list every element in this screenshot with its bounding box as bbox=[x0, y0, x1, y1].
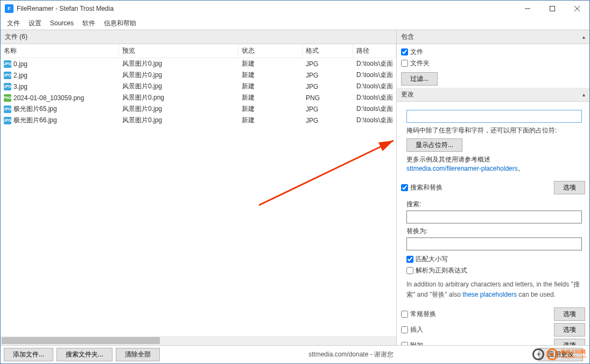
include-section-body: 文件 文件夹 过滤... bbox=[397, 44, 589, 88]
search-folders-button[interactable]: 搜索文件夹... bbox=[57, 348, 113, 361]
cell-preview: 风景图片0.jpg bbox=[119, 115, 238, 125]
regular-replace-options-button[interactable]: 选项 bbox=[554, 307, 585, 321]
menu-bar: 文件 设置 Sources 软件 信息和帮助 bbox=[1, 17, 589, 30]
file-type-icon: JPG bbox=[4, 83, 11, 90]
cell-path: D:\tools\桌面 bbox=[353, 104, 396, 114]
change-section-header[interactable]: 更改 ▴ bbox=[397, 88, 589, 102]
insert-toggle[interactable]: 插入 bbox=[401, 324, 423, 335]
menu-sources[interactable]: Sources bbox=[46, 18, 78, 28]
table-row[interactable]: JPG极光图片66.jpg风景图片0.jpg新建JPGD:\tools\桌面 bbox=[1, 115, 396, 126]
regular-replace-checkbox[interactable] bbox=[401, 311, 408, 318]
cell-format: JPG bbox=[303, 116, 353, 125]
match-case-row[interactable]: 匹配大小写 bbox=[406, 254, 582, 265]
append-toggle[interactable]: 附加 bbox=[401, 340, 423, 345]
cell-preview: 风景图片0.png bbox=[119, 93, 238, 103]
file-list-header: 文件 (6) bbox=[1, 30, 396, 44]
table-header: 名称 预览 状态 格式 路径 bbox=[1, 44, 396, 58]
menu-software[interactable]: 软件 bbox=[78, 18, 100, 29]
cell-status: 新建 bbox=[238, 59, 303, 69]
file-type-icon: JPG bbox=[4, 106, 11, 113]
table-row[interactable]: JPG0.jpg风景图片0.jpg新建JPGD:\tools\桌面 bbox=[1, 58, 396, 69]
change-section-body: 掩码中除了任意字母和字符，还可以用下面的占位符: 显示占位符... 更多示例及其… bbox=[397, 102, 589, 345]
cell-format: JPG bbox=[303, 60, 353, 68]
mask-input[interactable] bbox=[406, 110, 582, 123]
include-folders-row[interactable]: 文件夹 bbox=[401, 58, 585, 69]
replace-label: 替换为: bbox=[406, 227, 582, 236]
table-row[interactable]: JPG2.jpg风景图片0.jpg新建JPGD:\tools\桌面 bbox=[1, 69, 396, 81]
filter-button[interactable]: 过滤... bbox=[401, 72, 438, 86]
these-placeholders-link[interactable]: these placeholders bbox=[462, 291, 517, 298]
clear-all-button[interactable]: 清除全部 bbox=[116, 348, 160, 361]
replace-input[interactable] bbox=[406, 237, 582, 250]
append-checkbox[interactable] bbox=[401, 342, 408, 345]
insert-header: 插入 选项 bbox=[401, 322, 585, 338]
cell-preview: 风景图片0.jpg bbox=[119, 81, 238, 92]
search-replace-checkbox[interactable] bbox=[401, 184, 408, 191]
add-files-button[interactable]: 添加文件... bbox=[4, 348, 53, 361]
append-options-button[interactable]: 选项 bbox=[554, 339, 585, 345]
mask-hint: 掩码中除了任意字母和字符，还可以用下面的占位符: bbox=[406, 126, 582, 135]
include-section-header[interactable]: 包含 ▴ bbox=[397, 30, 589, 44]
col-path[interactable]: 路径 bbox=[353, 44, 396, 58]
placeholders-link[interactable]: sttmedia.com/filerenamer-placeholders bbox=[406, 165, 518, 172]
close-button[interactable] bbox=[565, 1, 589, 17]
regex-row[interactable]: 解析为正则表达式 bbox=[406, 265, 582, 276]
table-row[interactable]: JPG3.jpg风景图片0.jpg新建JPGD:\tools\桌面 bbox=[1, 81, 396, 92]
donate-link[interactable]: sttmedia.com/donate - 谢谢您 bbox=[308, 350, 394, 359]
svg-rect-1 bbox=[550, 6, 555, 11]
menu-settings[interactable]: 设置 bbox=[24, 18, 46, 29]
maximize-button[interactable] bbox=[540, 1, 565, 17]
cell-format: PNG bbox=[303, 94, 353, 102]
footer-bar: 添加文件... 搜索文件夹... 清除全部 sttmedia.com/donat… bbox=[1, 345, 589, 363]
cell-name: 极光图片65.jpg bbox=[13, 104, 57, 114]
search-replace-header: 搜索和替换 选项 bbox=[401, 180, 585, 195]
search-label: 搜索: bbox=[406, 200, 582, 209]
match-case-checkbox[interactable] bbox=[406, 256, 413, 263]
include-title: 包含 bbox=[401, 32, 414, 41]
table-body: JPG0.jpg风景图片0.jpg新建JPGD:\tools\桌面JPG2.jp… bbox=[1, 58, 396, 126]
search-input[interactable] bbox=[406, 211, 582, 223]
col-status[interactable]: 状态 bbox=[238, 44, 303, 58]
col-preview[interactable]: 预览 bbox=[119, 44, 238, 58]
change-title: 更改 bbox=[401, 90, 414, 99]
insert-options-button[interactable]: 选项 bbox=[554, 323, 585, 337]
menu-file[interactable]: 文件 bbox=[3, 18, 24, 29]
table-row[interactable]: PNG2024-01-08_103059.png风景图片0.png新建PNGD:… bbox=[1, 92, 396, 103]
regular-replace-toggle[interactable]: 常规替换 bbox=[401, 309, 436, 320]
show-placeholders-button[interactable]: 显示占位符... bbox=[406, 138, 462, 152]
cell-preview: 风景图片0.jpg bbox=[119, 59, 238, 69]
cell-name: 2024-01-08_103059.png bbox=[13, 94, 84, 102]
include-folders-checkbox[interactable] bbox=[401, 60, 408, 67]
menu-help[interactable]: 信息和帮助 bbox=[100, 18, 141, 29]
table-row[interactable]: JPG极光图片65.jpg风景图片0.jpg新建JPGD:\tools\桌面 bbox=[1, 103, 396, 115]
cell-path: D:\tools\桌面 bbox=[353, 93, 396, 103]
insert-checkbox[interactable] bbox=[401, 326, 408, 333]
app-icon: F bbox=[5, 4, 13, 13]
col-format[interactable]: 格式 bbox=[303, 44, 353, 58]
search-replace-toggle[interactable]: 搜索和替换 bbox=[401, 182, 443, 193]
include-files-row[interactable]: 文件 bbox=[401, 46, 585, 58]
cell-status: 新建 bbox=[238, 104, 303, 114]
cell-path: D:\tools\桌面 bbox=[353, 81, 396, 92]
cell-format: JPG bbox=[303, 82, 353, 91]
col-name[interactable]: 名称 bbox=[1, 44, 119, 58]
cell-preview: 风景图片0.jpg bbox=[119, 104, 238, 114]
file-type-icon: JPG bbox=[4, 60, 11, 68]
cell-path: D:\tools\桌面 bbox=[353, 70, 396, 80]
regex-checkbox[interactable] bbox=[406, 267, 413, 274]
include-files-checkbox[interactable] bbox=[401, 48, 408, 55]
regular-replace-header: 常规替换 选项 bbox=[401, 306, 585, 322]
cell-name: 0.jpg bbox=[13, 60, 27, 68]
cell-status: 新建 bbox=[238, 93, 303, 103]
minimize-button[interactable] bbox=[515, 1, 540, 17]
search-replace-options-button[interactable]: 选项 bbox=[554, 181, 585, 194]
file-type-icon: PNG bbox=[4, 94, 11, 102]
cell-name: 3.jpg bbox=[13, 83, 27, 90]
cell-status: 新建 bbox=[238, 81, 303, 92]
cell-format: JPG bbox=[303, 105, 353, 114]
file-type-icon: JPG bbox=[4, 72, 11, 79]
chevron-up-icon: ▴ bbox=[582, 92, 585, 97]
cell-status: 新建 bbox=[238, 115, 303, 125]
horizontal-scrollbar[interactable] bbox=[1, 336, 396, 345]
more-examples-text: 更多示例及其使用请参考概述 bbox=[406, 155, 582, 164]
